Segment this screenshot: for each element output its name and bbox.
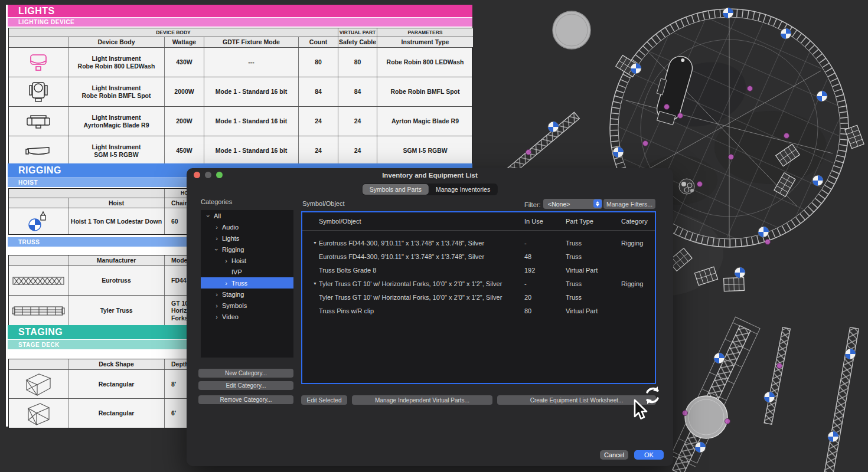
group-header: VIRTUAL PART	[338, 28, 377, 37]
chevron-right-icon: ›	[214, 224, 220, 231]
eurotruss-icon	[12, 276, 65, 286]
hoist-symbol	[781, 28, 791, 39]
disclosure-icon[interactable]: ▼	[313, 241, 319, 245]
chevron-right-icon: ›	[214, 235, 220, 242]
spot-light-icon	[25, 81, 51, 103]
fixture-marker	[678, 113, 683, 119]
stage-deck-icon	[24, 371, 53, 397]
column-header: Wattage	[165, 37, 204, 47]
disclosure-icon[interactable]: ▼	[313, 281, 319, 286]
hoist-symbol	[714, 353, 725, 363]
column-header: GDTF Fixture Mode	[204, 37, 299, 47]
inventory-equipment-dialog: Inventory and Equipment List Symbols and…	[187, 168, 673, 466]
tab-manage-inventories[interactable]: Manage Inventories	[429, 184, 497, 195]
fixture-marker	[748, 86, 753, 91]
chevron-down-icon: ›	[213, 247, 220, 253]
remove-category-button[interactable]: Remove Category...	[198, 395, 293, 404]
column-header: Safety Cable	[338, 37, 377, 47]
column-header[interactable]: Category	[621, 218, 655, 225]
column-header: Hoist	[68, 198, 165, 208]
column-header: Count	[299, 37, 338, 47]
hoist-symbol	[631, 63, 641, 74]
tab-symbols-and-parts[interactable]: Symbols and Parts	[363, 184, 429, 195]
tree-item-rigging[interactable]: ›Rigging	[201, 244, 293, 255]
hoist-symbol	[845, 349, 856, 359]
tab-bar: Symbols and Parts Manage Inventories	[362, 183, 498, 195]
cancel-button[interactable]: Cancel	[600, 450, 628, 460]
column-header[interactable]: Part Type	[566, 218, 621, 225]
fixture-marker	[683, 411, 688, 416]
application-window: LIGHTS LIGHTING DEVICE DEVICE BODY VIRTU…	[0, 0, 868, 472]
table-row: Light Instrument AyrtonMagic Blade R9 20…	[9, 107, 472, 136]
group-header: PARAMETERS	[377, 28, 473, 37]
fixture-marker	[765, 240, 771, 245]
table-row[interactable]: Truss Pins w/R clip80 Virtual Part	[302, 304, 655, 317]
stepper-icon	[593, 199, 602, 208]
lights-table: DEVICE BODY VIRTUAL PART PARAMETERS Devi…	[8, 28, 472, 166]
table-row[interactable]: ▼ Tyler Truss GT 10' w/ Horizontal Forks…	[302, 277, 655, 290]
blade-light-icon	[25, 112, 52, 131]
column-header	[9, 37, 68, 47]
column-header[interactable]: Symbol/Object	[319, 218, 524, 225]
hoist-symbol	[758, 227, 769, 237]
manage-filters-button[interactable]: Manage Filters...	[603, 199, 655, 209]
fixture-marker	[777, 363, 782, 369]
tree-item-ivp[interactable]: ›IVP	[201, 266, 293, 277]
chevron-right-icon: ›	[214, 313, 220, 320]
tree-item-symbols[interactable]: ›Symbols	[201, 300, 293, 311]
column-header: Deck Shape	[68, 359, 165, 369]
symbol-object-label: Symbol/Object	[302, 200, 345, 207]
table-row[interactable]: Tyler Truss GT 10' w/ Horizontal Forks, …	[302, 290, 655, 304]
filter-dropdown[interactable]: <None>	[543, 199, 602, 209]
chevron-down-icon: ›	[205, 213, 212, 219]
hoist-symbol	[548, 122, 559, 132]
chevron-right-icon: ›	[214, 302, 220, 309]
fixture-marker	[643, 141, 648, 146]
table-row: Light Instrument Robe Robin 800 LEDWash …	[9, 48, 472, 77]
mouse-cursor	[633, 399, 651, 426]
tree-item-staging[interactable]: ›Staging	[201, 289, 293, 300]
tree-item-video[interactable]: ›Video	[201, 311, 293, 322]
tree-item-all[interactable]: ›All	[201, 210, 293, 221]
table-row: Light Instrument SGM I-5 RGBW 450W Mode …	[9, 136, 472, 165]
edit-selected-button[interactable]: Edit Selected	[301, 395, 347, 405]
fixture-cluster	[679, 179, 694, 194]
hoist-symbol	[613, 147, 624, 158]
filter-label: Filter:	[524, 201, 541, 208]
ok-button[interactable]: OK	[634, 450, 664, 460]
hoist-symbol	[828, 431, 838, 442]
disc-top	[553, 11, 590, 49]
fixture-marker	[664, 104, 670, 110]
column-header	[9, 255, 68, 266]
tyler-truss-icon	[12, 305, 65, 317]
hoist-symbol	[695, 442, 706, 453]
fixture-marker	[526, 150, 531, 155]
fixture-marker	[784, 133, 789, 139]
hoist-icon	[27, 209, 50, 233]
table-header-row: Symbol/Object In Use Part Type Category	[302, 212, 655, 231]
disc-bottom	[685, 396, 727, 438]
chevron-right-icon: ›	[214, 291, 220, 298]
table-row: Light Instrument Robe Robin BMFL Spot 20…	[9, 77, 472, 107]
tree-item-hoist[interactable]: ›Hoist	[201, 255, 293, 266]
edit-category-button[interactable]: Edit Category...	[198, 381, 293, 390]
tree-item-lights[interactable]: ›Lights	[201, 232, 293, 244]
tree-item-audio[interactable]: ›Audio	[201, 221, 293, 232]
hoist-symbol	[723, 8, 733, 18]
column-header: Instrument Type	[377, 37, 473, 47]
fixture-marker	[729, 155, 734, 160]
table-row[interactable]: Truss Bolts Grade 8192 Virtual Part	[302, 263, 655, 277]
tree-item-truss[interactable]: ›Truss	[201, 277, 293, 289]
column-header: Device Body	[68, 37, 165, 47]
dialog-title: Inventory and Equipment List	[187, 172, 673, 179]
hoist-symbol	[735, 267, 745, 278]
create-worksheet-button[interactable]: Create Equipment List Worksheet...	[497, 395, 656, 405]
new-category-button[interactable]: New Category...	[198, 369, 293, 378]
manage-virtual-parts-button[interactable]: Manage Independent Virtual Parts...	[352, 395, 492, 405]
column-header[interactable]: In Use	[524, 218, 566, 225]
wash-light-icon	[25, 53, 51, 73]
chevron-right-icon: ›	[223, 280, 229, 287]
table-row[interactable]: ▼ Eurotruss FD44-300, 9'10.11" x 1'3.748…	[302, 236, 655, 250]
fixture-marker	[725, 419, 730, 424]
table-row[interactable]: Eurotruss FD44-300, 9'10.11" x 1'3.748" …	[302, 250, 655, 263]
